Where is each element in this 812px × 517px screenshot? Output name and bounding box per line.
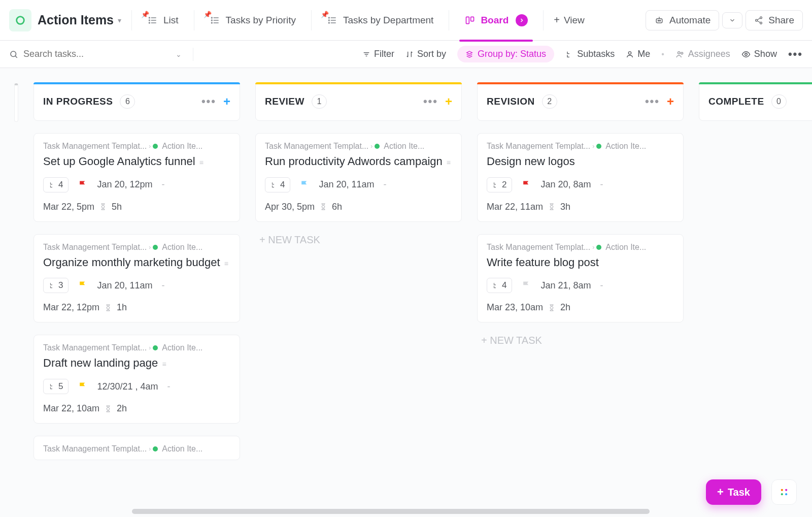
share-button[interactable]: Share	[746, 10, 803, 30]
task-card[interactable]: Task Management Templat... › Action Ite.…	[477, 133, 684, 222]
column-menu-button[interactable]: •••	[201, 95, 216, 108]
column-add-button[interactable]: +	[667, 94, 674, 109]
show-label: Show	[754, 49, 777, 59]
filter-label: Filter	[374, 49, 394, 59]
priority-flag-icon[interactable]	[78, 381, 88, 392]
task-title: Set up Google Analytics funnel ≡	[43, 154, 230, 169]
me-button[interactable]: Me	[626, 49, 650, 59]
breadcrumb: Task Management Templat... › Action Ite.…	[43, 343, 230, 352]
due-date[interactable]: Jan 21, 8am	[540, 280, 591, 291]
subtask-count[interactable]: 4	[265, 177, 290, 192]
share-label: Share	[768, 15, 794, 26]
subtask-count[interactable]: 4	[43, 177, 69, 192]
view-tab-board[interactable]: Board	[459, 11, 533, 29]
due-date[interactable]: Jan 20, 11am	[97, 280, 152, 291]
subtask-count[interactable]: 5	[43, 379, 69, 394]
list-menu-caret-icon[interactable]: ▾	[118, 16, 121, 24]
tab-label: Tasks by Priority	[226, 15, 296, 26]
column-header-complete[interactable]: COMPLETE 0	[699, 82, 812, 121]
task-card[interactable]: Task Management Templat... › Action Ite.…	[255, 133, 462, 222]
group-button[interactable]: Group by: Status	[457, 46, 554, 62]
new-task-button[interactable]: + NEW TASK	[477, 335, 684, 346]
task-title: Draft new landing page ≡	[43, 356, 230, 371]
add-view-button[interactable]: + View	[554, 14, 585, 26]
time-estimate[interactable]: 6h	[332, 202, 342, 212]
board-settings-icon[interactable]	[516, 14, 528, 26]
svg-point-40	[785, 489, 787, 491]
breadcrumb: Task Management Templat... › Action Ite.…	[487, 243, 674, 252]
new-task-fab[interactable]: + Task	[706, 479, 761, 505]
more-button[interactable]: •••	[788, 48, 803, 61]
subtask-count[interactable]: 2	[487, 177, 512, 192]
svg-point-18	[328, 22, 329, 23]
column-add-button[interactable]: +	[223, 94, 230, 109]
start-date[interactable]: Mar 23, 10am	[487, 302, 543, 313]
priority-flag-icon[interactable]	[299, 179, 310, 190]
column-header-revision[interactable]: REVISION 2 ••• +	[477, 82, 684, 121]
column-add-button[interactable]: +	[445, 94, 452, 109]
column-header-review[interactable]: REVIEW 1 ••• +	[255, 82, 462, 121]
column-header-progress[interactable]: IN PROGRESS 6 ••• +	[33, 82, 240, 121]
due-date[interactable]: 12/30/21 , 4am	[97, 381, 158, 392]
task-card[interactable]: Task Management Templat... › Action Ite.…	[33, 133, 240, 222]
time-estimate[interactable]: 2h	[117, 403, 127, 414]
subtask-count[interactable]: 3	[43, 278, 69, 293]
sort-button[interactable]: Sort by	[405, 49, 446, 59]
plus-icon: +	[717, 486, 724, 499]
show-button[interactable]: Show	[741, 49, 777, 59]
tab-label: Tasks by Department	[343, 15, 433, 26]
status-dot-icon	[153, 245, 158, 250]
due-date[interactable]: Jan 20, 8am	[540, 179, 591, 190]
priority-flag-icon[interactable]	[521, 179, 531, 190]
search-input[interactable]	[23, 49, 171, 59]
view-tab-priority[interactable]: 📌 Tasks by Priority	[205, 12, 301, 29]
svg-point-37	[681, 52, 683, 54]
time-estimate[interactable]: 2h	[560, 302, 570, 313]
due-date[interactable]: Jan 20, 11am	[319, 179, 374, 190]
prev-column-edge[interactable]	[14, 83, 18, 122]
apps-fab[interactable]	[771, 479, 797, 505]
share-icon	[754, 16, 763, 25]
time-estimate[interactable]: 5h	[112, 202, 122, 212]
chevron-down-icon[interactable]: ⌄	[176, 50, 182, 58]
start-date[interactable]: Mar 22, 11am	[487, 202, 543, 212]
task-card[interactable]: Task Management Templat... › Action Ite.…	[33, 436, 240, 460]
start-date[interactable]: Mar 22, 12pm	[43, 302, 99, 313]
horizontal-scrollbar[interactable]	[132, 509, 650, 514]
subtask-icon	[492, 282, 499, 289]
chevron-right-icon: ›	[370, 143, 373, 150]
subtasks-button[interactable]: Subtasks	[565, 49, 615, 59]
status-dot-icon	[153, 144, 158, 149]
start-date[interactable]: Mar 22, 10am	[43, 403, 99, 414]
column-menu-button[interactable]: •••	[645, 95, 660, 108]
view-tab-list[interactable]: 📌 List	[142, 12, 184, 29]
status-dot-icon	[596, 245, 601, 250]
svg-rect-20	[471, 17, 474, 21]
task-card[interactable]: Task Management Templat... › Action Ite.…	[33, 335, 240, 424]
priority-flag-icon[interactable]	[78, 280, 88, 291]
due-date[interactable]: Jan 20, 12pm	[97, 179, 152, 190]
tab-label: Board	[481, 15, 509, 26]
assignees-button[interactable]: Assignees	[675, 49, 730, 59]
column-count: 6	[120, 94, 135, 109]
subtask-count[interactable]: 4	[487, 278, 512, 293]
column-count: 0	[771, 94, 787, 109]
task-card[interactable]: Task Management Templat... › Action Ite.…	[477, 234, 684, 323]
automate-menu-button[interactable]	[722, 12, 742, 28]
time-estimate[interactable]: 3h	[560, 202, 570, 212]
priority-flag-icon[interactable]	[78, 179, 88, 190]
start-date[interactable]: Mar 22, 5pm	[43, 202, 94, 212]
list-title[interactable]: Action Items	[38, 13, 114, 27]
view-tab-department[interactable]: 📌 Tasks by Department	[322, 12, 438, 29]
time-estimate[interactable]: 1h	[117, 302, 127, 313]
new-task-button[interactable]: + NEW TASK	[255, 234, 462, 246]
task-card[interactable]: Task Management Templat... › Action Ite.…	[33, 234, 240, 323]
subtask-icon	[492, 181, 499, 188]
description-icon: ≡	[224, 259, 228, 269]
priority-flag-icon[interactable]	[521, 280, 531, 291]
automate-button[interactable]: Automate	[646, 10, 719, 30]
subtask-icon	[270, 181, 278, 188]
filter-button[interactable]: Filter	[362, 49, 394, 59]
start-date[interactable]: Apr 30, 5pm	[265, 202, 315, 212]
column-menu-button[interactable]: •••	[423, 95, 438, 108]
